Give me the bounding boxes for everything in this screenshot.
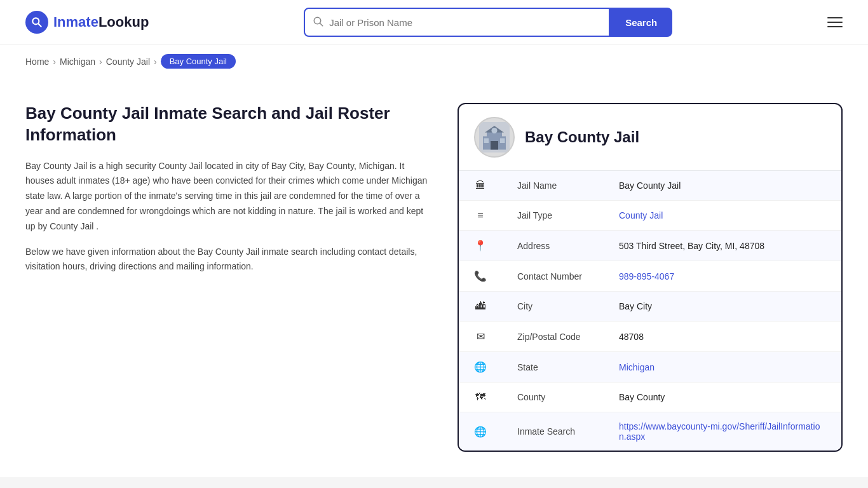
table-row: ≡Jail TypeCounty Jail xyxy=(459,201,841,231)
row-label-4: City xyxy=(502,292,604,322)
logo-prefix: Inmate xyxy=(53,14,98,30)
footer xyxy=(0,477,868,488)
breadcrumb-county-jail[interactable]: County Jail xyxy=(106,57,150,67)
search-icon xyxy=(313,16,324,29)
row-value-7: Bay County xyxy=(604,383,841,412)
row-value-1[interactable]: County Jail xyxy=(604,201,841,231)
row-label-5: Zip/Postal Code xyxy=(502,322,604,352)
logo-suffix: Lookup xyxy=(98,14,149,30)
page-description-2: Below we have given information about th… xyxy=(25,245,432,275)
breadcrumb-sep-1: › xyxy=(53,57,56,67)
row-label-3: Contact Number xyxy=(502,261,604,292)
logo-area: InmateLookup xyxy=(25,11,149,34)
table-row: 🗺CountyBay County xyxy=(459,383,841,412)
breadcrumb-sep-3: › xyxy=(154,57,157,67)
hamburger-line-3 xyxy=(827,26,843,27)
zip-icon: ✉ xyxy=(459,322,502,352)
web-icon: 🌐 xyxy=(459,412,502,451)
card-header: Bay County Jail xyxy=(459,104,841,171)
table-row: 📍Address503 Third Street, Bay City, MI, … xyxy=(459,231,841,261)
table-row: 🌐Inmate Searchhttps://www.baycounty-mi.g… xyxy=(459,412,841,451)
table-row: 📞Contact Number989-895-4067 xyxy=(459,261,841,292)
info-table: 🏛Jail NameBay County Jail≡Jail TypeCount… xyxy=(459,171,841,451)
breadcrumb: Home › Michigan › County Jail › Bay Coun… xyxy=(0,45,868,78)
jail-avatar xyxy=(474,117,515,158)
row-label-0: Jail Name xyxy=(502,171,604,201)
svg-line-1 xyxy=(38,24,41,27)
row-label-7: County xyxy=(502,383,604,412)
search-input[interactable] xyxy=(329,17,601,28)
county-icon: 🗺 xyxy=(459,383,502,412)
row-value-8[interactable]: https://www.baycounty-mi.gov/Sheriff/Jai… xyxy=(604,412,841,451)
row-value-2: 503 Third Street, Bay City, MI, 48708 xyxy=(604,231,841,261)
hamburger-line-2 xyxy=(827,22,843,23)
row-label-6: State xyxy=(502,352,604,383)
breadcrumb-sep-2: › xyxy=(99,57,102,67)
row-value-5: 48708 xyxy=(604,322,841,352)
row-value-4: Bay City xyxy=(604,292,841,322)
svg-rect-10 xyxy=(500,139,505,144)
svg-line-3 xyxy=(320,23,323,26)
logo-text: InmateLookup xyxy=(53,14,149,30)
table-row: 🏙CityBay City xyxy=(459,292,841,322)
hamburger-line-1 xyxy=(827,17,843,18)
breadcrumb-home[interactable]: Home xyxy=(25,57,49,67)
row-label-1: Jail Type xyxy=(502,201,604,231)
row-value-3[interactable]: 989-895-4067 xyxy=(604,261,841,292)
logo-icon xyxy=(25,11,48,34)
page-title: Bay County Jail Inmate Search and Jail R… xyxy=(25,103,432,146)
row-value-0: Bay County Jail xyxy=(604,171,841,201)
table-row: 🏛Jail NameBay County Jail xyxy=(459,171,841,201)
search-box xyxy=(304,8,610,37)
jail-icon: 🏛 xyxy=(459,171,502,201)
breadcrumb-current: Bay County Jail xyxy=(161,54,236,69)
card-title: Bay County Jail xyxy=(525,128,639,146)
type-icon: ≡ xyxy=(459,201,502,231)
svg-rect-9 xyxy=(484,139,489,144)
svg-point-11 xyxy=(492,128,498,133)
info-card: Bay County Jail 🏛Jail NameBay County Jai… xyxy=(458,103,843,452)
row-label-2: Address xyxy=(502,231,604,261)
hamburger-menu[interactable] xyxy=(827,17,843,27)
state-icon: 🌐 xyxy=(459,352,502,383)
row-label-8: Inmate Search xyxy=(502,412,604,451)
svg-rect-8 xyxy=(491,141,498,150)
city-icon: 🏙 xyxy=(459,292,502,322)
address-icon: 📍 xyxy=(459,231,502,261)
right-column: Bay County Jail 🏛Jail NameBay County Jai… xyxy=(458,103,843,452)
breadcrumb-michigan[interactable]: Michigan xyxy=(60,57,95,67)
row-value-6[interactable]: Michigan xyxy=(604,352,841,383)
search-button[interactable]: Search xyxy=(610,8,672,37)
table-row: 🌐StateMichigan xyxy=(459,352,841,383)
page-description-1: Bay County Jail is a high security Count… xyxy=(25,159,432,234)
phone-icon: 📞 xyxy=(459,261,502,292)
search-area: Search xyxy=(304,8,672,37)
left-column: Bay County Jail Inmate Search and Jail R… xyxy=(25,103,432,452)
header: InmateLookup Search xyxy=(0,0,868,45)
table-row: ✉Zip/Postal Code48708 xyxy=(459,322,841,352)
main-content: Bay County Jail Inmate Search and Jail R… xyxy=(0,78,868,477)
